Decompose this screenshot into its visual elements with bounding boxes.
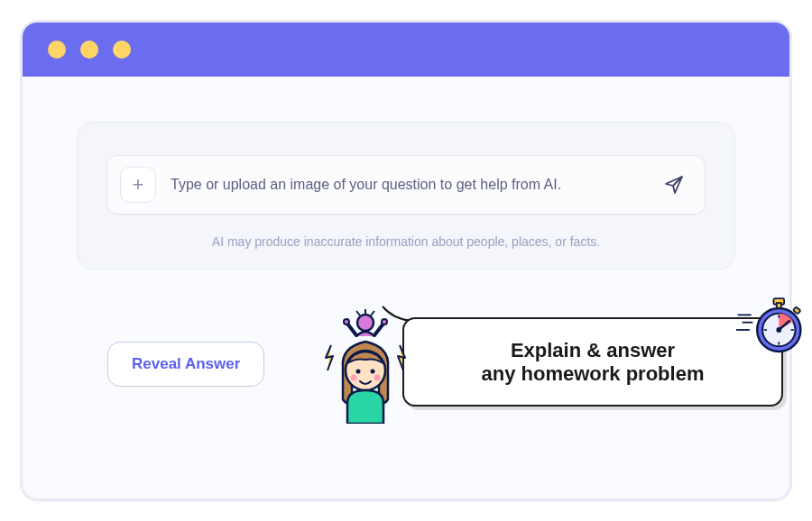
titlebar xyxy=(23,23,789,77)
ai-disclaimer: AI may produce inaccurate information ab… xyxy=(106,234,706,249)
callout-line-2: any homework problem xyxy=(482,362,705,386)
reveal-answer-button[interactable]: Reveal Answer xyxy=(107,342,264,387)
svg-point-13 xyxy=(374,375,381,381)
window-dot-1 xyxy=(48,41,66,59)
send-button[interactable] xyxy=(661,172,687,197)
svg-point-11 xyxy=(371,370,375,374)
app-window: + Type or upload an image of your questi… xyxy=(20,20,792,501)
reveal-answer-label: Reveal Answer xyxy=(132,355,240,372)
callout-line-1: Explain & answer xyxy=(511,339,675,362)
plus-icon: + xyxy=(133,173,144,197)
svg-line-2 xyxy=(347,324,356,335)
question-input-placeholder[interactable]: Type or upload an image of your question… xyxy=(171,177,647,193)
callout-bubble: Explain & answer any homework problem xyxy=(402,317,783,407)
window-dot-3 xyxy=(113,41,131,59)
svg-point-5 xyxy=(382,319,387,324)
svg-line-7 xyxy=(356,311,360,315)
svg-line-8 xyxy=(371,311,374,315)
question-input-row[interactable]: + Type or upload an image of your questi… xyxy=(106,155,706,215)
svg-point-12 xyxy=(351,375,357,381)
svg-rect-19 xyxy=(793,306,800,314)
stopwatch-icon xyxy=(736,290,807,361)
svg-point-27 xyxy=(776,327,781,333)
svg-point-1 xyxy=(357,315,374,331)
svg-line-3 xyxy=(374,324,383,335)
window-dot-2 xyxy=(80,41,98,59)
svg-point-4 xyxy=(344,319,349,324)
student-character-icon xyxy=(320,302,411,424)
prompt-card: + Type or upload an image of your questi… xyxy=(77,122,735,270)
send-icon xyxy=(663,174,685,196)
svg-point-10 xyxy=(356,370,361,374)
upload-button[interactable]: + xyxy=(120,167,156,203)
